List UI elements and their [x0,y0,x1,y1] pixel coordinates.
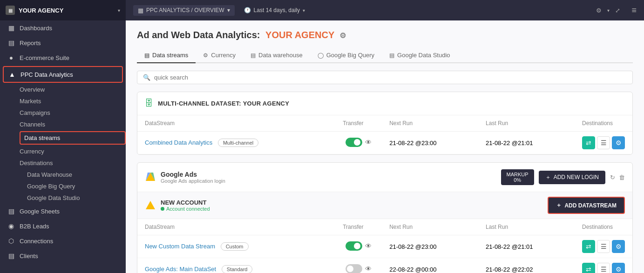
sidebar-item-reports[interactable]: ▤ Reports [0,35,126,50]
search-bar: 🔍 [137,71,633,84]
ads-table-header: DataStream Transfer Next Run Last Run De… [137,219,632,235]
sidebar-item-dashboards[interactable]: ▦ Dashboards [0,20,126,35]
ads-dest-cell-1: ⇄ ☰ ⚙ [575,235,632,258]
sidebar-label-google-big-query-sub: Google Big Query [27,183,75,190]
sidebar-item-overview[interactable]: Overview [20,84,126,95]
toggle-switch[interactable] [346,138,362,147]
sidebar-item-channels[interactable]: Channels [20,119,126,130]
google-sheets-icon: ▤ [7,207,15,215]
stream-link-combined[interactable]: Combined Data Analytics [145,139,212,146]
tab-currency[interactable]: ⚙ Currency [196,48,243,63]
tab-data-warehouse[interactable]: ▤ Data warehouse [243,48,310,63]
stream-link-new-custom[interactable]: New Custom Data Stream [145,243,215,250]
col-header-last-run: Last Run [478,115,575,132]
stream-link-main-dataset[interactable]: Google Ads: Main DataSet [145,266,216,273]
sidebar-label-channels: Channels [20,121,45,128]
export-btn[interactable]: ⇄ [582,136,595,149]
toggle-switch-2[interactable] [346,264,362,273]
tab-google-data-studio[interactable]: ▤ Google Data Studio [382,48,457,63]
list-btn[interactable]: ☰ [597,136,610,149]
topbar-date-range[interactable]: 🕐 Last 14 days, daily ▾ [244,7,305,13]
ads-title: Google Ads [161,171,225,178]
sidebar-item-ecommerce[interactable]: ● E-commerce Suite [0,50,126,65]
sidebar-label-clients: Clients [20,253,38,260]
markup-button[interactable]: MARKUP0% [501,169,534,185]
sidebar-item-connections[interactable]: ⬡ Connections [0,233,126,248]
connections-icon: ⬡ [7,237,15,245]
refresh-icon[interactable]: ↻ [610,174,615,181]
toggle-combined[interactable]: 👁 [346,138,372,147]
sidebar-item-data-streams[interactable]: Data streams [20,132,125,144]
settings-btn-1[interactable]: ⚙ [612,240,625,253]
next-run-value-2: 22-08-22 @00:00 [389,266,436,273]
next-run-value-1: 21-08-22 @23:00 [389,243,436,250]
next-run-value: 21-08-22 @23:00 [389,140,436,146]
share-icon[interactable]: ⤢ [615,7,620,14]
add-datastream-button[interactable]: ＋ ADD DATASTREAM [548,197,625,214]
sidebar-item-google-sheets[interactable]: ▤ Google Sheets [0,204,126,219]
clients-icon: ▤ [7,252,15,260]
export-btn-1[interactable]: ⇄ [582,240,595,253]
account-info: NEW ACCOUNT Account connected [161,199,210,212]
eye-icon-1[interactable]: 👁 [365,242,372,250]
sidebar-item-b2b-leads[interactable]: ◉ B2B Leads [0,219,126,233]
topbar-breadcrumb[interactable]: ▦ PPC ANALYTICS / OVERVIEW ▾ [133,5,235,16]
search-icon: 🔍 [143,74,150,81]
ads-subtitle: Google Ads application login [161,178,225,184]
action-icons-1: ⇄ ☰ ⚙ [582,240,625,253]
breadcrumb-chevron: ▾ [227,7,230,13]
tab-data-streams[interactable]: ▤ Data streams [137,48,196,63]
ads-transfer-cell-1: 👁 [335,235,382,258]
multi-channel-title: MULTI-CHANNEL DATASET: YOUR AGENCY [158,100,289,107]
toggle-new-custom[interactable]: 👁 [346,241,372,251]
topbar: ▦ PPC ANALYTICS / OVERVIEW ▾ 🕐 Last 14 d… [126,0,644,20]
sidebar-item-ppc[interactable]: ▲ PPC Data Analytics [4,67,122,82]
date-chevron: ▾ [303,8,305,13]
delete-icon[interactable]: 🗑 [619,174,625,181]
sidebar-item-google-data-studio-sub[interactable]: Google Data Studio [27,192,126,204]
settings-icon[interactable]: ⚙ [596,7,602,14]
tab-data-warehouse-label: Data warehouse [258,52,303,59]
sidebar-item-currency[interactable]: Currency [20,146,126,157]
toggle-main-dataset[interactable]: 👁 [346,264,372,273]
sidebar: ▦ YOUR AGENCY ▾ ▦ Dashboards ▤ Reports ●… [0,0,126,273]
settings-btn-2[interactable]: ⚙ [612,263,625,273]
sidebar-label-reports: Reports [20,40,41,47]
list-btn-1[interactable]: ☰ [597,240,610,253]
search-input[interactable] [154,74,627,81]
action-icons-2: ⇄ ☰ ⚙ [582,263,625,273]
settings-btn[interactable]: ⚙ [612,136,625,149]
col-header-next-run: Next Run [382,115,478,132]
settings-gear-icon[interactable]: ⚙ [339,32,346,40]
eye-icon[interactable]: 👁 [365,139,372,146]
sidebar-label-currency: Currency [20,148,44,155]
sidebar-label-google-sheets: Google Sheets [20,208,60,215]
sidebar-item-clients[interactable]: ▤ Clients [0,248,126,263]
sidebar-item-campaigns[interactable]: Campaigns [20,107,126,119]
sidebar-item-markets[interactable]: Markets [20,95,126,107]
eye-icon-2[interactable]: 👁 [365,265,372,273]
sidebar-item-data-warehouse[interactable]: Data Warehouse [27,169,126,180]
content-area: Ad and Web Data Analytics: YOUR AGENCY ⚙… [126,20,644,273]
date-range-text: Last 14 days, daily [254,7,300,13]
tab-google-big-query[interactable]: ◯ Google Big Query [310,48,382,63]
breadcrumb-text: PPC ANALYTICS / OVERVIEW [146,7,224,13]
sidebar-item-google-big-query-sub[interactable]: Google Big Query [27,180,126,192]
sidebar-item-destinations[interactable]: Destinations [20,157,126,169]
hamburger-menu[interactable]: ≡ [631,6,637,15]
clock-icon: 🕐 [244,7,251,13]
sidebar-label-google-data-studio-sub: Google Data Studio [27,194,80,201]
add-login-button[interactable]: ＋ ADD NEW LOGIN [539,171,605,184]
sidebar-header[interactable]: ▦ YOUR AGENCY ▾ [0,0,126,20]
account-row: NEW ACCOUNT Account connected ＋ ADD DATA… [137,192,632,219]
export-btn-2[interactable]: ⇄ [582,263,595,273]
ads-col-last-run: Last Run [478,219,575,235]
ads-dest-cell-2: ⇄ ☰ ⚙ [575,258,632,273]
list-btn-2[interactable]: ☰ [597,263,610,273]
sidebar-label-dashboards: Dashboards [20,25,52,32]
grid-icon: ▦ [138,7,143,14]
toggle-switch-1[interactable] [346,241,362,251]
sidebar-label-b2b: B2B Leads [20,223,49,230]
add-ds-plus-icon: ＋ [556,201,562,209]
page-title-text: Ad and Web Data Analytics: [137,30,260,40]
